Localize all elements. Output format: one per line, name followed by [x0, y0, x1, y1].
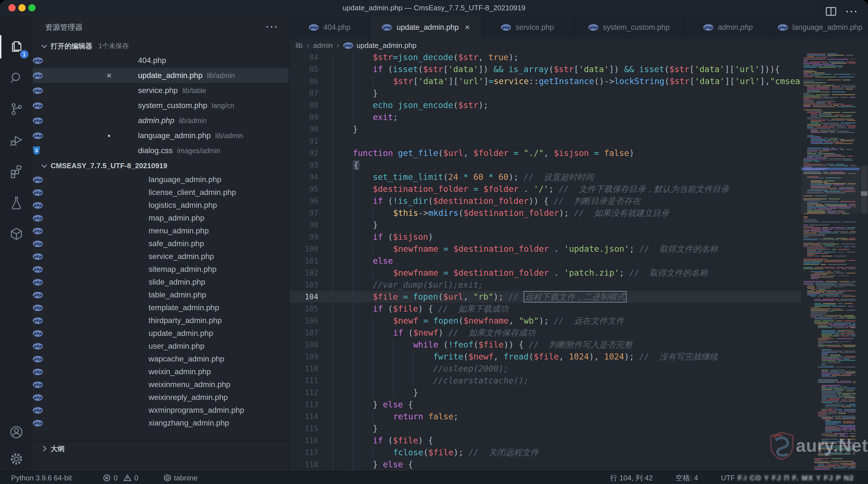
tree-item-license_client_admin.php[interactable]: phplicense_client_admin.php: [33, 186, 289, 199]
activity-item-testing[interactable]: [0, 187, 33, 218]
code-line-111[interactable]: 111//clearstatcache();: [289, 375, 801, 387]
code-line-99[interactable]: 99if ($isjson): [289, 231, 801, 243]
python-version-status[interactable]: Python 3.9.6 64-bit: [4, 472, 79, 484]
code-line-84[interactable]: 84$str=json_decode($str, true);: [289, 51, 801, 63]
tree-item-table_admin.php[interactable]: phptable_admin.php: [33, 288, 289, 301]
code-line-109[interactable]: 109fwrite($newf, fread($file, 1024), 102…: [289, 351, 801, 363]
code-line-88[interactable]: 88echo json_encode($str);: [289, 99, 801, 111]
close-icon[interactable]: ×: [103, 70, 115, 81]
open-editors-section-header[interactable]: 打开的编辑器 1个未保存: [33, 39, 289, 53]
code-line-114[interactable]: 114return false;: [289, 410, 801, 423]
problems-status[interactable]: 0 0: [96, 472, 146, 484]
code-line-94[interactable]: 94set_time_limit(24 * 60 * 60); // 设置超时时…: [289, 171, 801, 183]
activity-item-source-control[interactable]: [0, 93, 33, 125]
code-line-96[interactable]: 96if (!is_dir($destination_folder)) { //…: [289, 195, 801, 207]
code-line-89[interactable]: 89exit;: [289, 111, 801, 123]
file-name-label: user_admin.php: [149, 342, 205, 351]
code-line-100[interactable]: 100$newfname = $destination_folder . 'up…: [289, 243, 801, 255]
code-line-87[interactable]: 87}: [289, 87, 801, 99]
code-line-97[interactable]: 97$this->mkdirs($destination_folder); //…: [289, 207, 801, 219]
tab-update_admin.php[interactable]: phpupdate_admin.php×: [371, 16, 482, 39]
open-editor-admin.php[interactable]: phpadmin.phplib/admin: [33, 113, 289, 128]
tree-item-sitemap_admin.php[interactable]: phpsitemap_admin.php: [33, 263, 289, 276]
code-line-103[interactable]: 103//var_dump($url);exit;: [289, 279, 801, 291]
activity-item-settings-gear[interactable]: [0, 443, 33, 475]
code-line-85[interactable]: 85if (isset($str['data']) && is_array($s…: [289, 63, 801, 75]
code-line-91[interactable]: 91: [289, 135, 801, 147]
folder-section-header[interactable]: CMSEASY_7.7.5_UTF-8_20210919: [33, 158, 289, 173]
code-line-98[interactable]: 98}: [289, 219, 801, 231]
tree-item-template_admin.php[interactable]: phptemplate_admin.php: [33, 301, 289, 314]
code-line-102[interactable]: 102$newfname = $destination_folder . 'pa…: [289, 267, 801, 279]
sidebar-more-actions-icon[interactable]: ···: [266, 16, 279, 38]
minimap[interactable]: [801, 51, 860, 471]
tab-admin.php[interactable]: phpadmin.php: [685, 16, 772, 39]
open-editor-language_admin.php[interactable]: ●phplanguage_admin.phplib/admin: [33, 128, 289, 143]
cursor-position-status[interactable]: 行 104, 列 42: [603, 472, 660, 484]
open-editor-dialog.css[interactable]: 3dialog.cssimages/admin: [33, 143, 289, 158]
tree-item-safe_admin.php[interactable]: phpsafe_admin.php: [33, 237, 289, 250]
tree-item-wxminprograms_admin.php[interactable]: phpwxminprograms_admin.php: [33, 404, 289, 417]
tree-item-update_admin.php[interactable]: phpupdate_admin.php: [33, 327, 289, 340]
tree-item-map_admin.php[interactable]: phpmap_admin.php: [33, 212, 289, 224]
editor-scrollbar[interactable]: [860, 51, 868, 471]
encoding-status[interactable]: UTF: [714, 472, 735, 484]
minimap-viewport[interactable]: [801, 166, 860, 213]
code-line-118[interactable]: 118} else {: [289, 458, 801, 471]
open-editor-404.php[interactable]: php404.php: [33, 53, 289, 68]
code-line-86[interactable]: 86$str['data']['url']=service::getInstan…: [289, 75, 801, 87]
tree-item-logistics_admin.php[interactable]: phplogistics_admin.php: [33, 199, 289, 212]
open-editor-service.php[interactable]: phpservice.phplib/table: [33, 83, 289, 98]
php-file-icon: php: [33, 133, 43, 139]
tree-item-user_admin.php[interactable]: phpuser_admin.php: [33, 340, 289, 352]
activity-item-extensions[interactable]: [0, 156, 33, 187]
indentation-status[interactable]: 空格: 4: [668, 472, 705, 484]
outline-section-header[interactable]: 大纲: [33, 441, 289, 456]
code-line-107[interactable]: 107if ($newf) // 如果文件保存成功: [289, 327, 801, 339]
code-line-90[interactable]: 90}: [289, 123, 801, 135]
code-line-116[interactable]: 116if ($file) {: [289, 434, 801, 447]
breadcrumb-item[interactable]: admin: [313, 41, 333, 50]
code-line-105[interactable]: 105if ($file) { // 如果下载成功: [289, 303, 801, 315]
code-line-95[interactable]: 95$destination_folder = $folder . '/'; /…: [289, 183, 801, 195]
code-line-108[interactable]: 108while (!feof($file)) { // 判断附件写入是否完整: [289, 339, 801, 351]
activity-item-package[interactable]: [0, 218, 33, 250]
modified-dot-icon[interactable]: ●: [103, 133, 115, 139]
tab-service.php[interactable]: phpservice.php: [482, 16, 574, 39]
code-line-106[interactable]: 106$newf = fopen($newfname, "wb"); // 远在…: [289, 315, 801, 327]
more-actions-icon[interactable]: ···: [846, 6, 859, 17]
code-line-110[interactable]: 110//usleep(2000);: [289, 363, 801, 375]
split-editor-icon[interactable]: [826, 7, 836, 16]
tree-item-xiangzhang_admin.php[interactable]: phpxiangzhang_admin.php: [33, 417, 289, 429]
tree-item-service_admin.php[interactable]: phpservice_admin.php: [33, 250, 289, 263]
scrollbar-slider[interactable]: [861, 166, 867, 213]
code-line-104[interactable]: 104$file = fopen($url, "rb"); // 远程下载文件，…: [289, 291, 801, 303]
tab-404.php[interactable]: php404.php: [289, 16, 371, 39]
tab-close-icon[interactable]: ×: [465, 23, 470, 32]
code-line-117[interactable]: 117fclose($file); // 关闭远程文件: [289, 447, 801, 458]
code-line-101[interactable]: 101else: [289, 255, 801, 267]
tree-item-language_admin.php[interactable]: phplanguage_admin.php: [33, 173, 289, 186]
tree-item-weixinmenu_admin.php[interactable]: phpweixinmenu_admin.php: [33, 378, 289, 391]
code-line-115[interactable]: 115}: [289, 423, 801, 434]
code-editor[interactable]: 84$str=json_decode($str, true);85if (iss…: [289, 51, 801, 471]
activity-item-search[interactable]: [0, 62, 33, 93]
activity-item-run-debug[interactable]: [0, 125, 33, 156]
tree-item-slide_admin.php[interactable]: phpslide_admin.php: [33, 276, 289, 288]
breadcrumb-item[interactable]: lib: [296, 41, 303, 50]
open-editor-system_custom.php[interactable]: phpsystem_custom.phplang/cn: [33, 98, 289, 113]
tabnine-status[interactable]: tabnine: [157, 472, 205, 484]
breadcrumb-file[interactable]: phpupdate_admin.php: [343, 41, 416, 50]
code-line-92[interactable]: 92function get_file($url, $folder = "./"…: [289, 147, 801, 159]
tree-item-weixin_admin.php[interactable]: phpweixin_admin.php: [33, 365, 289, 378]
tree-item-weixinreply_admin.php[interactable]: phpweixinreply_admin.php: [33, 391, 289, 404]
tab-system_custom.php[interactable]: phpsystem_custom.php: [574, 16, 685, 39]
code-line-113[interactable]: 113} else {: [289, 399, 801, 410]
tree-item-thirdparty_admin.php[interactable]: phpthirdparty_admin.php: [33, 314, 289, 327]
open-editor-update_admin.php[interactable]: ×phpupdate_admin.phplib/admin: [33, 68, 289, 83]
tree-item-wapcache_admin.php[interactable]: phpwapcache_admin.php: [33, 352, 289, 365]
code-line-93[interactable]: 93{: [289, 159, 801, 171]
activity-item-explorer[interactable]: 1: [0, 31, 33, 62]
tree-item-menu_admin.php[interactable]: phpmenu_admin.php: [33, 224, 289, 237]
code-line-112[interactable]: 112}: [289, 387, 801, 399]
